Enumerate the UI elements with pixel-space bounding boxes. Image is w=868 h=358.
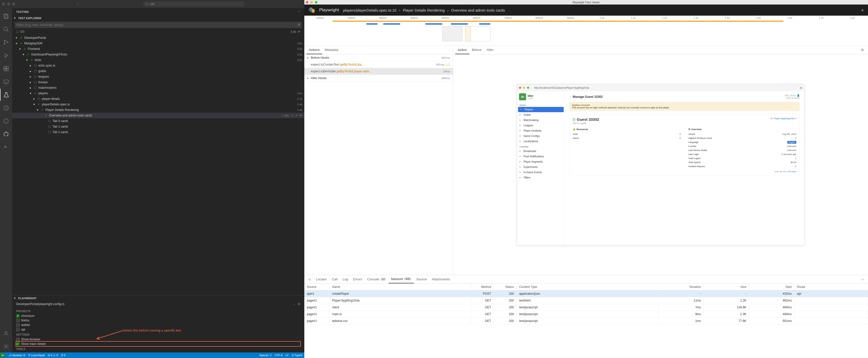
setting-checkbox[interactable]: Show browser xyxy=(16,337,300,341)
action-item[interactable]: ▸After Hooks384ms xyxy=(304,75,453,82)
app-sidebar-item[interactable]: •Guilds xyxy=(517,112,565,118)
remote-icon[interactable] xyxy=(0,76,12,88)
timeline[interactable]: 100ms200ms300ms400ms500ms600ms700ms800ms… xyxy=(304,15,868,46)
spaces-indicator[interactable]: Spaces: 2 xyxy=(259,354,272,357)
target-icon[interactable]: ◎ xyxy=(306,275,313,283)
test-filter-input[interactable]: ▽ xyxy=(14,22,302,28)
encoding-indicator[interactable]: UTF-8 xyxy=(275,354,283,357)
clock-icon[interactable] xyxy=(0,102,12,114)
eol-indicator[interactable]: LF xyxy=(286,354,289,357)
app-sidebar-item[interactable]: •Experiments xyxy=(517,164,565,170)
network-row[interactable]: page#1 main.ts GET 200 text/javascript 9… xyxy=(304,311,868,318)
refresh-icon[interactable]: ⟳ xyxy=(298,30,300,34)
github-icon[interactable] xyxy=(0,128,12,140)
watch-icon[interactable]: 👁 xyxy=(299,114,302,117)
test-explorer-header[interactable]: ▾ TEST EXPLORER xyxy=(12,15,304,21)
action-item[interactable]: ▸Before Hooks941ms xyxy=(304,55,453,61)
test-tree[interactable]: ▾✓DeveloperPortal▾✓MetaplaySDK3.6s▾✓Fron… xyxy=(12,35,304,295)
tree-item[interactable]: ▾✓MetaplaySDK3.6s xyxy=(12,41,304,46)
app-sidebar-item[interactable]: •Player Incidents xyxy=(517,128,565,133)
bottom-tab-call[interactable]: Call xyxy=(329,275,340,283)
tree-item[interactable]: ▾✓DashboardPlaywrightTests3.6s xyxy=(12,52,304,57)
search-input[interactable]: sdk xyxy=(143,1,244,6)
action-item[interactable]: expect.toContainText getByTestId('pla…40… xyxy=(304,61,453,68)
project-checkbox[interactable]: api xyxy=(16,327,300,332)
chevron-down-icon[interactable]: ⌄ xyxy=(293,302,296,306)
docker-icon[interactable] xyxy=(0,141,12,153)
app-sidebar-item[interactable]: •Player Segments xyxy=(517,159,565,164)
bottom-tab-network[interactable]: Network 475 xyxy=(389,275,414,283)
tree-item[interactable]: ▸leagues xyxy=(12,74,304,79)
bottom-tab-attachments[interactable]: Attachments xyxy=(429,275,453,283)
app-sidebar-item[interactable]: •Push Notifications xyxy=(517,154,565,159)
tree-item[interactable]: ▸player-details2.1s xyxy=(12,96,304,102)
tree-item[interactable]: ▸matchmakers xyxy=(12,85,304,91)
tree-item[interactable]: ▸liveops xyxy=(12,79,304,85)
filter-icon[interactable]: ▽ xyxy=(298,23,300,27)
ports-indicator[interactable]: ⚲ 0 xyxy=(61,354,65,357)
tab-before[interactable]: Before xyxy=(469,46,484,54)
config-path[interactable]: DeveloperPortal/playwright.config.ts ⌄ ⚙ xyxy=(12,301,304,307)
project-checkbox[interactable]: firefox xyxy=(16,318,300,323)
bottom-tab-log[interactable]: Log xyxy=(340,275,351,283)
tree-item[interactable]: ▾✓Frontend3.6s xyxy=(12,46,304,52)
popout-icon[interactable]: ⧉ xyxy=(859,46,866,54)
network-row[interactable]: page#1 client GET 200 text/javascript 7m… xyxy=(304,304,868,311)
tree-item[interactable]: ▾✓DeveloperPortal xyxy=(12,35,304,41)
tree-item[interactable]: ▾✓Player Details Rendering1.4s xyxy=(12,107,304,113)
app-sidebar-item[interactable]: •Matchmaking xyxy=(517,118,565,123)
window-controls[interactable] xyxy=(2,2,15,5)
tree-item[interactable]: Tab 0 cards xyxy=(12,118,304,124)
tab-after[interactable]: After xyxy=(484,46,496,54)
tree-item[interactable]: ▸guilds xyxy=(12,68,304,74)
explorer-icon[interactable] xyxy=(0,10,12,22)
trace-window-controls[interactable] xyxy=(306,1,317,3)
bottom-tab-locator[interactable]: Locator xyxy=(313,275,329,283)
debug-icon[interactable] xyxy=(0,50,12,62)
launchpad-indicator[interactable]: ⚲ Launchpad xyxy=(28,354,45,357)
app-sidebar-item[interactable]: •In-Game Events xyxy=(517,170,565,175)
app-sidebar-item[interactable]: •Game Configs xyxy=(517,133,565,139)
app-sidebar-item[interactable]: •Offers xyxy=(517,175,565,180)
extensions-icon[interactable] xyxy=(0,63,12,75)
testing-icon[interactable] xyxy=(0,89,12,101)
action-list[interactable]: ▸Before Hooks941msexpect.toContainText g… xyxy=(304,55,453,275)
network-row[interactable]: page#1 Player:9ygWzg2Xda GET 200 text/ht… xyxy=(304,297,868,304)
tab-action[interactable]: Action xyxy=(455,46,469,54)
tab-actions[interactable]: Actions xyxy=(306,46,322,54)
app-sidebar-item[interactable]: •Broadcasts xyxy=(517,149,565,154)
tree-item[interactable]: ▾✓tests3.6s xyxy=(12,57,304,63)
app-sidebar-item[interactable]: •Localizations xyxy=(517,139,565,144)
network-row[interactable]: api#1 createPlayer POST 200 application/… xyxy=(304,290,868,297)
bottom-tab-console[interactable]: Console 10 xyxy=(365,275,389,283)
problems-indicator[interactable]: ⊘ 0 ⚠ 0 xyxy=(48,354,58,357)
theme-toggle-icon[interactable]: ◐ xyxy=(862,8,864,12)
branch-indicator[interactable]: ⎇ develop ⟲ xyxy=(8,354,25,357)
lang-indicator[interactable]: {} TypeS xyxy=(292,354,302,357)
setting-checkbox[interactable]: ✓Show trace viewer xyxy=(16,341,300,346)
debug-icon[interactable]: ⇪ xyxy=(291,114,294,117)
account-icon[interactable] xyxy=(0,327,12,339)
run-icon[interactable]: ▷ xyxy=(287,114,290,117)
tab-metadata[interactable]: Metadata xyxy=(322,46,341,54)
project-checkbox[interactable]: ✓chromium xyxy=(16,314,300,318)
project-checkbox[interactable]: webkit xyxy=(16,323,300,327)
tree-item[interactable]: ▾✓playerDetails.spec.ts1.4s xyxy=(12,102,304,107)
search-activity-icon[interactable] xyxy=(0,23,12,35)
remote-indicator[interactable]: ⇋ xyxy=(0,353,5,358)
layout-icon[interactable]: ▭ xyxy=(859,275,866,283)
bottom-tab-errors[interactable]: Errors xyxy=(350,275,364,283)
tree-item[interactable]: Tab 1 cards xyxy=(12,124,304,129)
goto-icon[interactable]: ↗ xyxy=(295,114,298,117)
tree-item[interactable]: ✓Overview and admin tools cards1.4s▷⇪↗👁 xyxy=(12,113,304,118)
more-icon[interactable]: ⋯ xyxy=(298,10,301,13)
action-item[interactable]: expect.toBeVisible getByTestId('player-a… xyxy=(304,68,453,75)
playwright-section-header[interactable]: ▾ PLAYWRIGHT xyxy=(12,295,304,301)
settings-icon[interactable] xyxy=(0,340,12,353)
bottom-tab-source[interactable]: Source xyxy=(414,275,429,283)
nav-back-icon[interactable]: ← xyxy=(76,2,79,6)
nav-forward-icon[interactable]: → xyxy=(82,2,85,6)
app-sidebar-item[interactable]: •Leagues xyxy=(517,123,565,128)
tree-item[interactable]: Tab 2 cards xyxy=(12,129,304,135)
scm-icon[interactable] xyxy=(0,36,12,48)
